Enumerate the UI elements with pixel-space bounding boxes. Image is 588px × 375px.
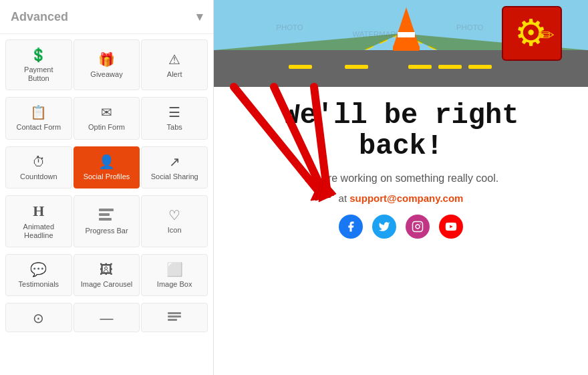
payment-button-icon: 💲	[30, 48, 47, 61]
maintenance-contact-prefix: at	[339, 193, 347, 204]
contact-form-label: Contact Form	[17, 123, 61, 132]
svg-text:PHOTO: PHOTO	[276, 23, 303, 31]
widget-contact-form[interactable]: 📋 Contact Form	[5, 97, 72, 139]
widget-text-editor[interactable]	[141, 303, 208, 332]
social-icons-row	[241, 215, 561, 239]
panel-title: Advanced	[11, 10, 68, 24]
widget-animated-headline[interactable]: H AnimatedHeadline	[5, 195, 72, 247]
svg-rect-3	[168, 312, 181, 314]
widget-tabs[interactable]: ☰ Tabs	[141, 97, 208, 139]
panel-header: Advanced ▾	[0, 0, 213, 34]
collapse-icon[interactable]: ▾	[196, 9, 202, 24]
progress-bar-icon	[99, 209, 114, 223]
alert-icon: ⚠	[168, 53, 180, 66]
maintenance-email-line: at support@company.com	[241, 193, 561, 204]
maintenance-title-line1: We'll be right	[283, 100, 519, 132]
youtube-icon[interactable]	[439, 215, 463, 239]
right-panel: PHOTO WATERMARK PHOTO ⚙ ✏	[214, 0, 588, 375]
alert-label: Alert	[167, 70, 182, 79]
widget-social-profiles[interactable]: 👤 Social Profiles	[74, 146, 140, 189]
twitter-icon[interactable]	[372, 215, 396, 239]
maintenance-title-line2: back!	[359, 130, 443, 162]
widget-payment-button[interactable]: 💲 PaymentButton	[5, 39, 72, 90]
facebook-icon[interactable]	[339, 215, 363, 239]
svg-rect-4	[168, 316, 181, 318]
testimonials-icon: 💬	[30, 263, 47, 276]
optin-form-icon: ✉	[101, 106, 112, 119]
tabs-icon: ☰	[168, 106, 180, 119]
social-sharing-label: Social Sharing	[151, 172, 198, 181]
image-carousel-icon: 🖼	[100, 263, 113, 276]
social-profiles-label: Social Profiles	[84, 172, 130, 181]
widget-social-sharing[interactable]: ↗ Social Sharing	[141, 146, 208, 189]
svg-text:PHOTO: PHOTO	[456, 23, 484, 31]
widget-testimonials[interactable]: 💬 Testimonials	[5, 254, 72, 296]
payment-button-label: PaymentButton	[24, 66, 53, 83]
widget-row-2: 📋 Contact Form ✉ Optin Form ☰ Tabs	[0, 96, 213, 144]
image-box-icon: ⬜	[166, 263, 183, 276]
widget-row-3: ⏱ Countdown 👤 Social Profiles ↗ Social S…	[0, 145, 213, 194]
giveaway-label: Giveaway	[90, 70, 122, 79]
icon-widget-icon: ♡	[168, 209, 180, 222]
maintenance-content: We'll be right back! We are working on s…	[214, 87, 588, 252]
social-profiles-icon: 👤	[98, 155, 115, 168]
progress-bar-label: Progress Bar	[85, 227, 128, 235]
widget-countdown[interactable]: ⏱ Countdown	[5, 146, 72, 189]
widget-icon-list[interactable]: ⊙	[5, 303, 72, 332]
maintenance-title: We'll be right back!	[241, 100, 561, 162]
widget-giveaway[interactable]: 🎁 Giveaway	[74, 39, 140, 90]
icon-widget-label: Icon	[168, 226, 182, 235]
animated-headline-icon: H	[33, 204, 44, 219]
svg-rect-2	[99, 218, 112, 221]
countdown-label: Countdown	[20, 172, 57, 181]
widget-image-box[interactable]: ⬜ Image Box	[141, 254, 208, 296]
svg-marker-15	[393, 7, 420, 47]
animated-headline-label: AnimatedHeadline	[23, 223, 54, 240]
maintenance-top-image: PHOTO WATERMARK PHOTO ⚙ ✏	[214, 0, 588, 87]
svg-rect-1	[99, 213, 110, 216]
divider-icon: —	[100, 311, 113, 325]
instagram-icon[interactable]	[406, 215, 430, 239]
contact-form-icon: 📋	[30, 106, 47, 119]
left-panel: Advanced ▾ 💲 PaymentButton 🎁 Giveaway ⚠ …	[0, 0, 214, 375]
widget-row-6: ⊙ —	[0, 301, 213, 338]
widget-alert[interactable]: ⚠ Alert	[141, 39, 208, 90]
optin-form-label: Optin Form	[88, 123, 125, 132]
svg-rect-16	[398, 32, 415, 37]
image-box-label: Image Box	[157, 280, 192, 289]
svg-rect-17	[393, 45, 420, 51]
widget-image-carousel[interactable]: 🖼 Image Carousel	[74, 254, 140, 296]
giveaway-icon: 🎁	[98, 53, 115, 66]
testimonials-label: Testimonials	[19, 280, 59, 289]
image-carousel-label: Image Carousel	[81, 280, 133, 289]
widget-progress-bar[interactable]: Progress Bar	[74, 195, 140, 247]
widget-optin-form[interactable]: ✉ Optin Form	[74, 97, 140, 139]
text-editor-icon	[168, 311, 181, 325]
social-sharing-icon: ↗	[169, 155, 180, 168]
tabs-label: Tabs	[167, 123, 182, 132]
widget-row-1: 💲 PaymentButton 🎁 Giveaway ⚠ Alert	[0, 34, 213, 96]
maintenance-email-link[interactable]: support@company.com	[349, 193, 463, 204]
widget-row-5: 💬 Testimonials 🖼 Image Carousel ⬜ Image …	[0, 253, 213, 301]
icon-list-icon: ⊙	[33, 311, 44, 325]
maintenance-subtitle: We are working on something really cool.	[241, 172, 561, 184]
svg-rect-5	[168, 319, 177, 321]
widget-divider[interactable]: —	[74, 303, 140, 332]
widget-row-4: H AnimatedHeadline Progress Bar ♡ Icon	[0, 194, 213, 253]
svg-text:✏: ✏	[538, 24, 555, 46]
svg-rect-27	[413, 222, 423, 232]
countdown-icon: ⏱	[32, 155, 45, 168]
widget-icon[interactable]: ♡ Icon	[141, 195, 208, 247]
svg-rect-0	[99, 209, 114, 211]
